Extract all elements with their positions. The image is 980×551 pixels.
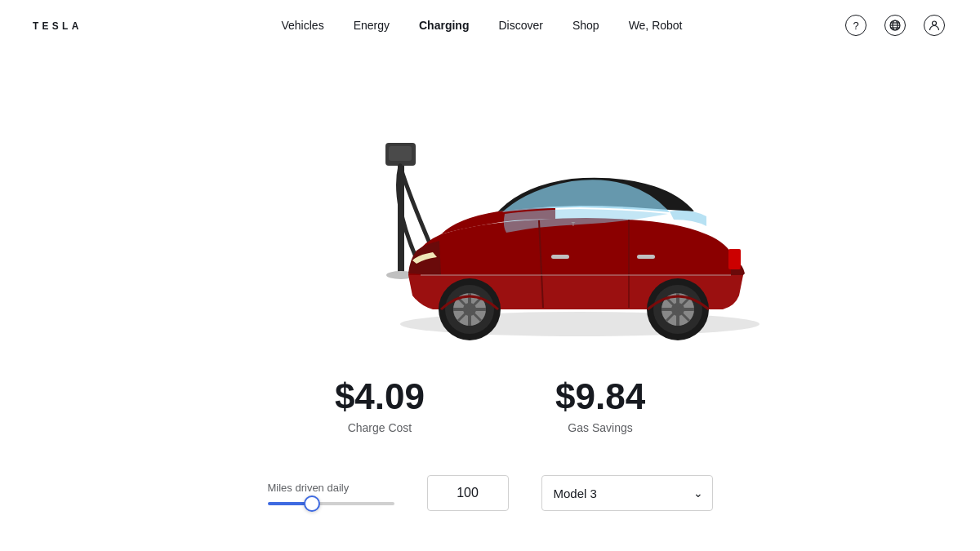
gas-savings-label: Gas Savings xyxy=(568,421,632,434)
slider-label: Miles driven daily xyxy=(268,482,350,494)
svg-rect-15 xyxy=(637,255,655,259)
miles-slider[interactable] xyxy=(268,502,394,505)
svg-rect-9 xyxy=(389,146,412,161)
site-header: TESLA Vehicles Energy Charging Discover … xyxy=(0,0,980,51)
gas-savings-value: $9.84 xyxy=(555,377,645,416)
globe-icon xyxy=(884,15,906,36)
gas-savings-stat: $9.84 Gas Savings xyxy=(555,377,645,434)
svg-point-6 xyxy=(933,21,937,25)
stats-section: $4.09 Charge Cost $9.84 Gas Savings xyxy=(335,369,645,459)
nav-discover[interactable]: Discover xyxy=(498,19,542,32)
model-select[interactable]: Model 3 Model Y Model S Model X Cybertru… xyxy=(541,475,713,511)
help-icon: ? xyxy=(845,15,866,36)
tesla-logo-icon: TESLA xyxy=(33,20,121,31)
controls-section: Miles driven daily Model 3 Model Y Model… xyxy=(0,459,980,527)
nav-we-robot[interactable]: We, Robot xyxy=(629,19,683,32)
svg-text:T: T xyxy=(572,220,576,228)
nav-energy[interactable]: Energy xyxy=(354,19,390,32)
slider-group: Miles driven daily xyxy=(268,482,394,505)
nav-vehicles[interactable]: Vehicles xyxy=(281,19,323,32)
nav-charging[interactable]: Charging xyxy=(419,19,469,32)
car-illustration: T xyxy=(261,87,719,332)
charge-cost-label: Charge Cost xyxy=(348,421,412,434)
model-select-container: Model 3 Model Y Model S Model X Cybertru… xyxy=(541,475,713,511)
logo[interactable]: TESLA xyxy=(33,20,121,31)
main-content: T $4.09 Charge Cost $9.84 Gas Savings Mi… xyxy=(0,51,980,527)
help-button[interactable]: ? xyxy=(843,12,869,38)
svg-rect-16 xyxy=(728,249,741,269)
account-button[interactable] xyxy=(921,12,947,38)
main-nav: Vehicles Energy Charging Discover Shop W… xyxy=(281,19,682,32)
charge-cost-value: $4.09 xyxy=(335,377,425,416)
header-icons: ? xyxy=(843,12,947,38)
globe-button[interactable] xyxy=(882,12,908,38)
charge-cost-stat: $4.09 Charge Cost xyxy=(335,377,425,434)
nav-shop[interactable]: Shop xyxy=(572,19,599,32)
car-section: T xyxy=(0,51,980,369)
user-icon xyxy=(924,15,945,36)
svg-text:TESLA: TESLA xyxy=(33,20,82,31)
svg-rect-14 xyxy=(551,255,569,259)
miles-input[interactable] xyxy=(427,475,509,511)
